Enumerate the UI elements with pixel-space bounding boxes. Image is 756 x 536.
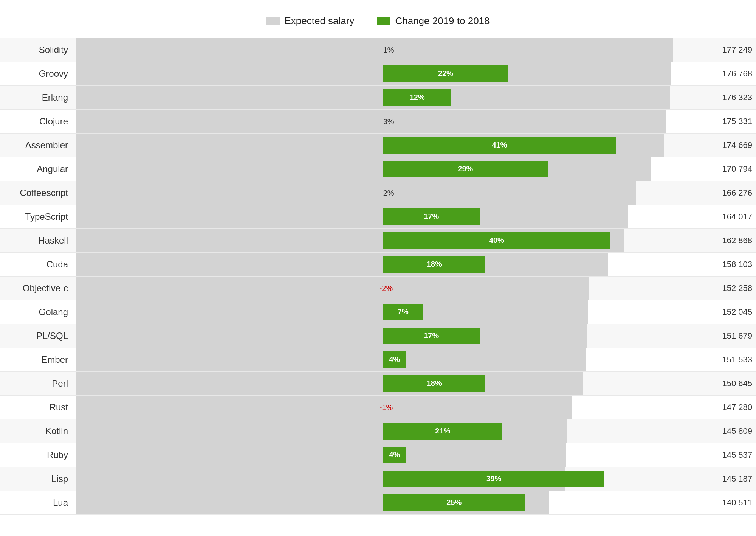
bar-label: PL/SQL bbox=[0, 331, 76, 341]
change-bar: 39% bbox=[383, 471, 604, 487]
bar-row: Erlang12%176 323 bbox=[0, 86, 756, 110]
change-bar: 41% bbox=[383, 137, 616, 153]
bar-label: Groovy bbox=[0, 68, 76, 79]
bar-row: Lua25%140 511 bbox=[0, 491, 756, 515]
salary-value: 151 679 bbox=[688, 331, 756, 341]
salary-value: 151 533 bbox=[688, 355, 756, 365]
bar-label: TypeScript bbox=[0, 211, 76, 222]
bar-label: Objective-c bbox=[0, 283, 76, 294]
chart-area: Solidity1%177 249Groovy22%176 768Erlang1… bbox=[0, 38, 756, 515]
change-label-negative: -2% bbox=[380, 284, 393, 293]
salary-value: 145 187 bbox=[688, 474, 756, 484]
bar-label: Clojure bbox=[0, 116, 76, 127]
bar-row: Assembler41%174 669 bbox=[0, 134, 756, 157]
change-bar: 21% bbox=[383, 423, 502, 439]
bar-label: Golang bbox=[0, 307, 76, 317]
bars-container: 2% bbox=[76, 181, 688, 205]
bars-container: 12% bbox=[76, 86, 688, 109]
change-bar: 29% bbox=[383, 161, 548, 177]
bars-container: 40% bbox=[76, 229, 688, 252]
bar-row: Kotlin21%145 809 bbox=[0, 419, 756, 443]
bar-label: Erlang bbox=[0, 92, 76, 103]
bar-label: Perl bbox=[0, 378, 76, 389]
expected-salary-bar bbox=[76, 372, 583, 395]
salary-value: 176 768 bbox=[688, 69, 756, 79]
change-bar: 4% bbox=[383, 447, 406, 463]
salary-value: 177 249 bbox=[688, 45, 756, 55]
bars-container: 3% bbox=[76, 110, 688, 133]
bar-row: Rust-1%147 280 bbox=[0, 396, 756, 419]
expected-salary-bar bbox=[76, 277, 589, 300]
bar-label: Coffeescript bbox=[0, 188, 76, 198]
bars-container: 7% bbox=[76, 300, 688, 324]
bars-container: 18% bbox=[76, 253, 688, 276]
salary-value: 175 331 bbox=[688, 117, 756, 126]
bars-container: -2% bbox=[76, 277, 688, 300]
expected-salary-bar bbox=[76, 205, 628, 228]
bar-label: Haskell bbox=[0, 235, 76, 246]
expected-salary-bar bbox=[76, 110, 666, 133]
bar-label: Ruby bbox=[0, 450, 76, 460]
bar-row: Angular29%170 794 bbox=[0, 157, 756, 181]
bars-container: 4% bbox=[76, 443, 688, 467]
salary-value: 150 645 bbox=[688, 379, 756, 388]
legend-swatch-gray bbox=[266, 17, 280, 25]
change-bar: 22% bbox=[383, 65, 508, 82]
legend-swatch-green bbox=[377, 17, 390, 25]
salary-value: 145 537 bbox=[688, 450, 756, 460]
expected-salary-bar bbox=[76, 38, 673, 62]
bars-container: 17% bbox=[76, 205, 688, 228]
bar-row: Clojure3%175 331 bbox=[0, 110, 756, 134]
bar-row: PL/SQL17%151 679 bbox=[0, 324, 756, 348]
bar-row: TypeScript17%164 017 bbox=[0, 205, 756, 229]
change-bar: 18% bbox=[383, 375, 485, 392]
expected-salary-bar bbox=[76, 62, 671, 85]
bar-label: Kotlin bbox=[0, 426, 76, 437]
salary-value: 162 868 bbox=[688, 236, 756, 245]
bars-container: 41% bbox=[76, 134, 688, 157]
change-bar: 12% bbox=[383, 89, 451, 106]
bar-label: Cuda bbox=[0, 259, 76, 270]
bar-label: Rust bbox=[0, 402, 76, 413]
chart-container: Expected salary Change 2019 to 2018 Soli… bbox=[0, 8, 756, 530]
bars-container: 25% bbox=[76, 491, 688, 514]
salary-value: 145 809 bbox=[688, 426, 756, 436]
bar-row: Perl18%150 645 bbox=[0, 372, 756, 396]
legend-change-label: Change 2019 to 2018 bbox=[395, 15, 490, 27]
legend: Expected salary Change 2019 to 2018 bbox=[0, 15, 756, 27]
expected-salary-bar bbox=[76, 253, 608, 276]
bar-row: Objective-c-2%152 258 bbox=[0, 277, 756, 300]
change-bar: 40% bbox=[383, 232, 610, 249]
bar-label: Angular bbox=[0, 164, 76, 174]
bars-container: 21% bbox=[76, 419, 688, 443]
bar-row: Solidity1%177 249 bbox=[0, 38, 756, 62]
bar-row: Ember4%151 533 bbox=[0, 348, 756, 372]
expected-salary-bar bbox=[76, 86, 670, 109]
bar-label: Lua bbox=[0, 497, 76, 508]
bar-label: Solidity bbox=[0, 45, 76, 55]
salary-value: 158 103 bbox=[688, 259, 756, 269]
legend-expected-salary-label: Expected salary bbox=[284, 15, 354, 27]
bars-container: 39% bbox=[76, 467, 688, 491]
salary-value: 147 280 bbox=[688, 402, 756, 412]
salary-value: 176 323 bbox=[688, 93, 756, 103]
bar-row: Golang7%152 045 bbox=[0, 300, 756, 324]
bar-row: Haskell40%162 868 bbox=[0, 229, 756, 253]
bars-container: 18% bbox=[76, 372, 688, 395]
change-label-small: 2% bbox=[383, 189, 394, 197]
change-bar: 4% bbox=[383, 351, 406, 368]
expected-salary-bar bbox=[76, 157, 651, 181]
expected-salary-bar bbox=[76, 324, 587, 348]
bar-label: Assembler bbox=[0, 140, 76, 151]
bars-container: 17% bbox=[76, 324, 688, 348]
salary-value: 166 276 bbox=[688, 188, 756, 198]
bar-label: Ember bbox=[0, 354, 76, 365]
change-bar: 17% bbox=[383, 208, 480, 225]
bars-container: 22% bbox=[76, 62, 688, 85]
salary-value: 152 045 bbox=[688, 307, 756, 317]
bar-row: Groovy22%176 768 bbox=[0, 62, 756, 86]
expected-salary-bar bbox=[76, 348, 586, 371]
salary-value: 140 511 bbox=[688, 498, 756, 508]
change-bar: 17% bbox=[383, 328, 480, 344]
bar-row: Cuda18%158 103 bbox=[0, 253, 756, 277]
